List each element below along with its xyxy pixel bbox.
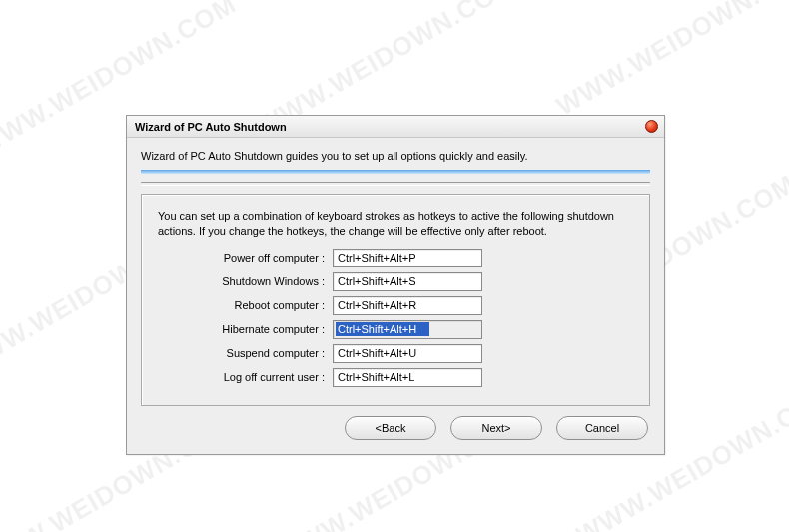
dialog-content: Wizard of PC Auto Shutdown guides you to… (127, 138, 664, 454)
hotkey-label: Hibernate computer : (158, 323, 333, 335)
hotkey-input-suspend[interactable] (333, 344, 482, 363)
dialog-subtitle: Wizard of PC Auto Shutdown guides you to… (141, 150, 650, 162)
hotkey-row-poweroff: Power off computer : (158, 249, 633, 267)
hotkey-row-reboot: Reboot computer : (158, 296, 633, 315)
hotkey-input-poweroff[interactable] (333, 249, 482, 267)
wizard-dialog: Wizard of PC Auto Shutdown Wizard of PC … (126, 115, 665, 455)
hotkey-row-shutdown: Shutdown Windows : (158, 272, 633, 291)
dialog-title: Wizard of PC Auto Shutdown (135, 121, 287, 133)
divider (141, 185, 650, 186)
hotkey-label: Reboot computer : (158, 299, 333, 311)
hotkeys-panel: You can set up a combination of keyboard… (141, 194, 650, 406)
hotkey-row-logoff: Log off current user : (158, 368, 633, 387)
hotkey-input-shutdown[interactable] (333, 272, 482, 291)
button-bar: <Back Next> Cancel (141, 416, 650, 440)
hotkey-input-hibernate[interactable] (333, 320, 482, 339)
panel-description: You can set up a combination of keyboard… (158, 209, 633, 239)
hotkey-label: Shutdown Windows : (158, 275, 333, 287)
watermark: WWW.WEIDOWN.COM (551, 0, 789, 122)
close-icon[interactable] (645, 120, 658, 133)
hotkey-label: Log off current user : (158, 371, 333, 383)
hotkey-label: Suspend computer : (158, 347, 333, 359)
next-button[interactable]: Next> (450, 416, 542, 440)
hotkey-row-hibernate: Hibernate computer : (158, 320, 633, 339)
hotkey-input-logoff[interactable] (333, 368, 482, 387)
divider-accent (141, 170, 650, 174)
cancel-button[interactable]: Cancel (556, 416, 648, 440)
hotkey-row-suspend: Suspend computer : (158, 344, 633, 363)
hotkey-label: Power off computer : (158, 252, 333, 264)
divider (141, 182, 650, 183)
hotkey-input-reboot[interactable] (333, 296, 482, 315)
back-button[interactable]: <Back (345, 416, 436, 440)
titlebar: Wizard of PC Auto Shutdown (127, 116, 664, 138)
